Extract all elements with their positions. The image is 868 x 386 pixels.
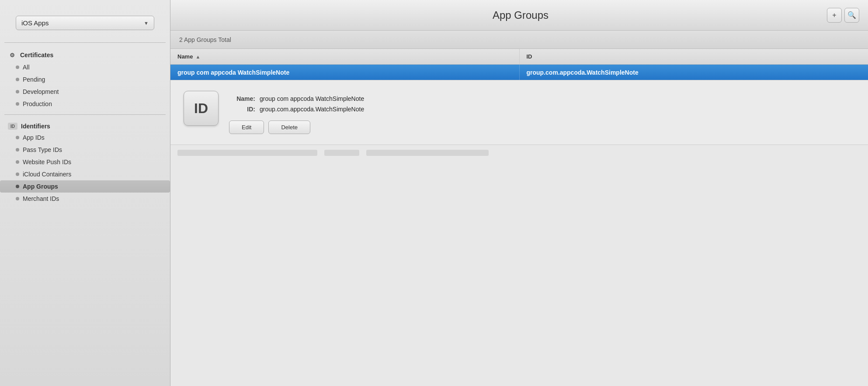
sidebar-item-pending[interactable]: Pending <box>0 73 170 86</box>
sidebar-item-label: Website Push IDs <box>23 159 71 165</box>
blurred-block-3 <box>366 150 489 156</box>
sidebar-item-label: Pass Type IDs <box>23 146 62 153</box>
detail-info: Name: group com appcoda WatchSimpleNote … <box>229 91 855 134</box>
column-header-name[interactable]: Name ▲ <box>170 49 520 64</box>
sidebar-item-label: App IDs <box>23 134 45 141</box>
sidebar-item-label: Development <box>23 88 59 95</box>
column-id-label: ID <box>527 53 532 60</box>
identifiers-section-header: ID Identifiers <box>0 119 170 131</box>
sidebar-item-label: App Groups <box>23 183 58 190</box>
detail-name-row: Name: group com appcoda WatchSimpleNote <box>229 95 855 102</box>
blurred-block-1 <box>177 150 317 156</box>
sidebar-item-all[interactable]: All <box>0 61 170 73</box>
bullet-icon <box>16 148 19 152</box>
sidebar-item-app-ids[interactable]: App IDs <box>0 131 170 144</box>
detail-id-row: ID: group.com.appcoda.WatchSimpleNote <box>229 106 855 113</box>
main-content: App Groups + 🔍 2 App Groups Total Name ▲… <box>170 0 868 386</box>
column-name-label: Name <box>177 53 193 60</box>
bullet-icon <box>16 160 19 164</box>
bullet-icon <box>16 185 19 188</box>
detail-actions: Edit Delete <box>229 121 855 134</box>
sidebar-item-development[interactable]: Development <box>0 86 170 98</box>
bullet-icon <box>16 102 19 106</box>
search-icon: 🔍 <box>847 11 856 19</box>
sidebar-divider <box>4 42 166 43</box>
sidebar: iOS Apps ▼ ⚙ Certificates All Pending De… <box>0 0 170 386</box>
bullet-icon <box>16 172 19 176</box>
sort-arrow-icon: ▲ <box>195 54 200 59</box>
identifiers-icon: ID <box>8 123 17 130</box>
row-id: group.com.appcoda.WatchSimpleNote <box>520 65 868 80</box>
sidebar-divider-2 <box>4 114 166 115</box>
sidebar-item-icloud-containers[interactable]: iCloud Containers <box>0 168 170 180</box>
sidebar-item-label: Pending <box>23 76 45 83</box>
id-badge: ID <box>184 91 219 126</box>
sidebar-item-pass-type-ids[interactable]: Pass Type IDs <box>0 144 170 156</box>
column-header-id[interactable]: ID <box>520 49 868 64</box>
name-label: Name: <box>229 95 255 102</box>
id-value: group.com.appcoda.WatchSimpleNote <box>260 106 364 113</box>
sidebar-item-label: iCloud Containers <box>23 171 71 178</box>
bullet-icon <box>16 90 19 93</box>
id-badge-text: ID <box>194 100 208 117</box>
detail-panel: ID Name: group com appcoda WatchSimpleNo… <box>170 80 868 145</box>
sidebar-item-website-push-ids[interactable]: Website Push IDs <box>0 156 170 168</box>
identifiers-label: Identifiers <box>21 123 50 130</box>
bullet-icon <box>16 65 19 69</box>
edit-button[interactable]: Edit <box>229 121 264 134</box>
add-button[interactable]: + <box>827 8 842 23</box>
header-buttons: + 🔍 <box>827 8 859 23</box>
platform-dropdown[interactable]: iOS Apps ▼ <box>16 16 154 30</box>
summary-bar: 2 App Groups Total <box>170 31 868 49</box>
blurred-data-row <box>170 145 868 161</box>
plus-icon: + <box>832 11 836 19</box>
dropdown-arrow-icon: ▼ <box>144 21 149 26</box>
delete-button[interactable]: Delete <box>268 121 310 134</box>
page-title: App Groups <box>214 9 827 21</box>
bullet-icon <box>16 136 19 139</box>
search-button[interactable]: 🔍 <box>844 8 859 23</box>
bullet-icon <box>16 78 19 81</box>
bullet-icon <box>16 197 19 200</box>
certificates-label: Certificates <box>20 52 53 59</box>
main-header: App Groups + 🔍 <box>170 0 868 31</box>
sidebar-item-label: Merchant IDs <box>23 195 59 202</box>
name-value: group com appcoda WatchSimpleNote <box>260 95 364 102</box>
certificates-icon: ⚙ <box>8 51 17 59</box>
table-row[interactable]: group com appcoda WatchSimpleNote group.… <box>170 65 868 80</box>
blurred-block-2 <box>324 150 359 156</box>
sidebar-item-merchant-ids[interactable]: Merchant IDs <box>0 193 170 205</box>
id-label: ID: <box>229 106 255 113</box>
sidebar-item-app-groups[interactable]: App Groups <box>0 180 170 193</box>
certificates-section-header: ⚙ Certificates <box>0 47 170 61</box>
summary-text: 2 App Groups Total <box>179 36 231 43</box>
sidebar-item-label: Production <box>23 100 52 107</box>
platform-dropdown-label: iOS Apps <box>21 19 49 27</box>
sidebar-item-label: All <box>23 64 30 71</box>
row-name: group com appcoda WatchSimpleNote <box>170 65 520 80</box>
sidebar-item-production[interactable]: Production <box>0 98 170 110</box>
table-header: Name ▲ ID <box>170 49 868 65</box>
